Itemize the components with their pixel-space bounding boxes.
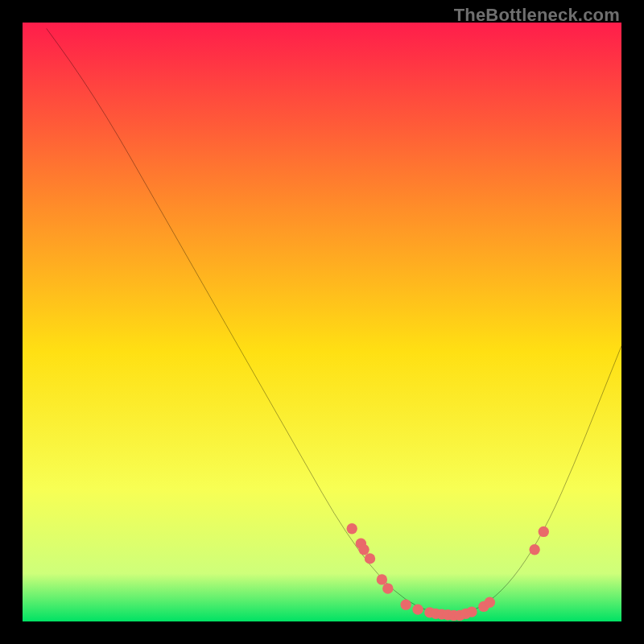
gradient-background (23, 23, 621, 621)
marker-dot (358, 544, 369, 555)
marker-dot (365, 553, 375, 564)
marker-dot (529, 544, 539, 555)
chart-stage: TheBottleneck.com (0, 0, 644, 644)
marker-dot (377, 574, 387, 584)
marker-dot (347, 523, 357, 534)
marker-dot (400, 599, 411, 609)
marker-dot (412, 604, 423, 614)
marker-dot (539, 526, 549, 537)
marker-dot (485, 597, 495, 607)
chart-svg (23, 23, 621, 621)
marker-dot (382, 583, 393, 593)
marker-dot (466, 606, 477, 617)
plot-area (23, 23, 621, 621)
